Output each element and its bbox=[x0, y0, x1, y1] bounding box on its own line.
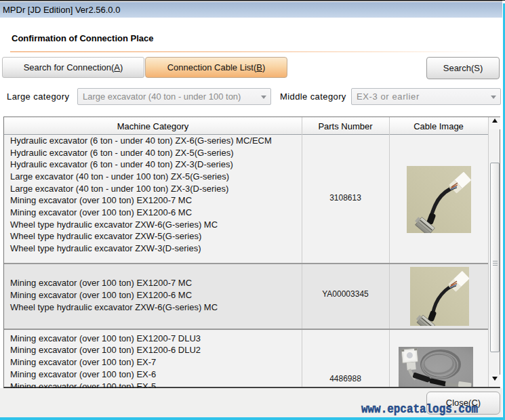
svg-text:www.epcatalogs.com: www.epcatalogs.com bbox=[361, 402, 478, 417]
